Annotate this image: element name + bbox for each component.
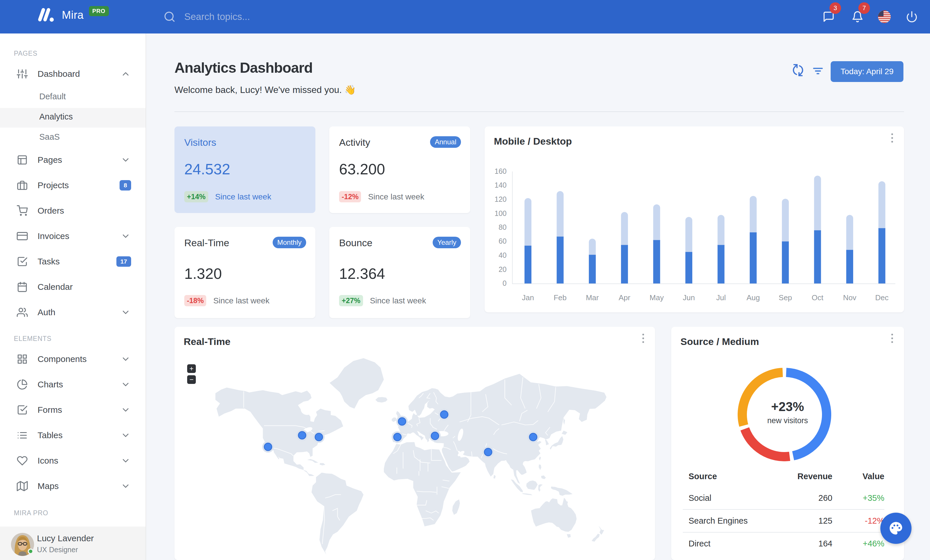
svg-text:May: May — [650, 293, 664, 302]
svg-text:Sep: Sep — [779, 293, 792, 302]
svg-text:Feb: Feb — [554, 293, 567, 302]
svg-text:Jul: Jul — [716, 293, 726, 302]
svg-text:Nov: Nov — [843, 293, 856, 302]
svg-text:Apr: Apr — [619, 293, 630, 302]
svg-text:60: 60 — [499, 237, 507, 245]
svg-text:40: 40 — [499, 251, 507, 259]
svg-text:Aug: Aug — [747, 293, 760, 302]
svg-text:140: 140 — [494, 181, 507, 189]
svg-text:100: 100 — [494, 209, 507, 217]
svg-text:Dec: Dec — [875, 293, 888, 302]
svg-text:Jun: Jun — [683, 293, 695, 302]
svg-text:Jan: Jan — [522, 293, 534, 302]
svg-text:80: 80 — [499, 223, 507, 231]
svg-text:Mar: Mar — [586, 293, 599, 302]
svg-text:0: 0 — [502, 279, 507, 287]
svg-text:160: 160 — [494, 167, 507, 175]
svg-text:20: 20 — [499, 265, 507, 273]
svg-text:Oct: Oct — [811, 293, 824, 302]
svg-text:120: 120 — [494, 195, 507, 203]
